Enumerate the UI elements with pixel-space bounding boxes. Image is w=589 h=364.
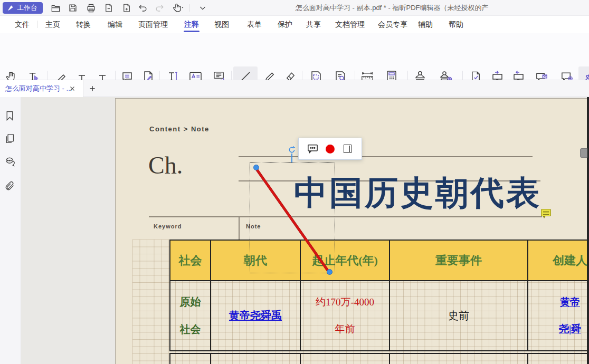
pen-icon [7,4,14,12]
color-swatch-button[interactable] [325,143,336,155]
chapter-heading: Ch. [148,151,183,179]
dynasty-cell: 黄帝尧舜禹 [210,281,300,350]
window-title: 怎么面对高中学习 - 副本.pdf * - 福昕PDF编辑器（未经授权的产 [296,0,488,16]
print-icon[interactable] [86,3,96,13]
rotate-handle[interactable] [288,146,296,154]
line-end-handle[interactable] [327,269,332,275]
menu-home[interactable]: 主页 [45,16,60,33]
column-divider-line [239,216,240,240]
square-icon [344,145,352,153]
menu-page-management[interactable]: 页面管理 [138,16,168,33]
tab-close-icon[interactable] [68,84,77,93]
dynasty-link[interactable]: 黄帝尧舜禹 [229,309,282,323]
menu-file[interactable]: 文件 [15,16,30,33]
founder-link[interactable]: 尧|舜 [559,322,581,336]
rotate-handle-stem [291,154,292,162]
copy-page-icon[interactable] [103,3,114,13]
menu-comment[interactable]: 注释 [184,16,199,33]
title-bar: 工作台 怎么面对高中学习 - 副本.pdf * - 福昕PDF编辑器（未经授权的… [0,0,589,16]
red-color-dot [326,145,335,154]
period-cell: 约170万-4000 年前 [300,281,389,350]
menu-form[interactable]: 表单 [247,16,262,33]
attachments-icon[interactable] [4,180,16,192]
right-panel-handle[interactable] [580,148,587,158]
foxit-pdf-editor-window: 工作台 怎么面对高中学习 - 副本.pdf * - 福昕PDF编辑器（未经授权的… [0,0,589,364]
navigation-panel-strip [0,97,21,364]
undo-icon[interactable] [137,3,148,13]
events-cell: 史前 [389,281,527,350]
menu-convert[interactable]: 转换 [76,16,91,33]
line-style-button[interactable] [342,143,354,155]
menu-protect[interactable]: 保护 [278,16,292,33]
workspace-button[interactable]: 工作台 [3,2,43,14]
workspace-label: 工作台 [17,3,37,13]
document-tab-title: 怎么面对高中学习 - ... [5,84,72,93]
ruled-line [149,216,542,217]
new-page-icon[interactable] [121,3,132,13]
redo-icon[interactable] [154,3,165,13]
header-cell: 重要事件 [389,240,527,280]
menu-edit[interactable]: 编辑 [108,16,122,33]
document-tab-bar: 怎么面对高中学习 - ... [0,80,589,97]
right-edge-strip [587,97,589,364]
open-file-icon[interactable] [50,3,61,13]
page-breadcrumb-text: Content > Note [149,125,210,133]
touch-mode-icon[interactable] [170,3,185,13]
menu-membership[interactable]: 会员专享 [378,16,407,33]
menu-share[interactable]: 共享 [306,16,321,33]
sticky-note-annotation-icon[interactable] [541,209,551,216]
table-row-partial [169,353,587,364]
menu-doc-management[interactable]: 文档管理 [335,16,365,33]
collapse-toolbar-icon[interactable] [197,3,208,13]
document-heading: 中国历史朝代表 [294,176,579,210]
comments-panel-icon[interactable] [4,156,16,168]
new-tab-icon[interactable] [88,84,97,93]
header-cell: 创建人 [527,240,587,280]
menu-help[interactable]: 帮助 [449,16,463,33]
ribbon-toolbar: 手型 工具 选择 ▾ 备注 文件 打 字机 [0,33,589,80]
document-view[interactable]: Content > Note Ch. Keyword Note 中国历史朝代表 … [21,97,589,364]
pages-icon[interactable] [4,133,16,145]
header-cell: 社会 [169,240,210,280]
table-row: 原始 社会 黄帝尧舜禹 约170万-4000 年前 史前 黄帝 [169,281,587,351]
founder-cell: 黄帝 尧|舜 [527,281,587,350]
bookmarks-icon[interactable] [4,110,16,122]
add-note-button[interactable] [307,143,319,155]
menu-bar: 文件 主页 转换 编辑 页面管理 注释 视图 表单 保护 共享 文档管理 会员专… [0,16,589,33]
founder-link[interactable]: 黄帝 [560,295,580,309]
menu-separator [37,21,37,28]
menu-view[interactable]: 视图 [214,16,229,33]
ruled-line [239,156,533,157]
menu-accessibility[interactable]: 辅助 [418,16,433,33]
line-start-handle[interactable] [253,165,259,170]
toolbar-separator [189,4,189,12]
history-table: 社会 朝代 起止年代(年) 重要事件 创建人 原始 社会 黄帝尧舜禹 约170 [169,240,587,364]
annotation-quick-toolbar [298,138,362,160]
society-cell: 原始 社会 [169,281,210,350]
table-header-row: 社会 朝代 起止年代(年) 重要事件 创建人 [169,240,587,281]
keyword-label: Keyword [154,223,182,229]
save-icon[interactable] [68,3,78,13]
